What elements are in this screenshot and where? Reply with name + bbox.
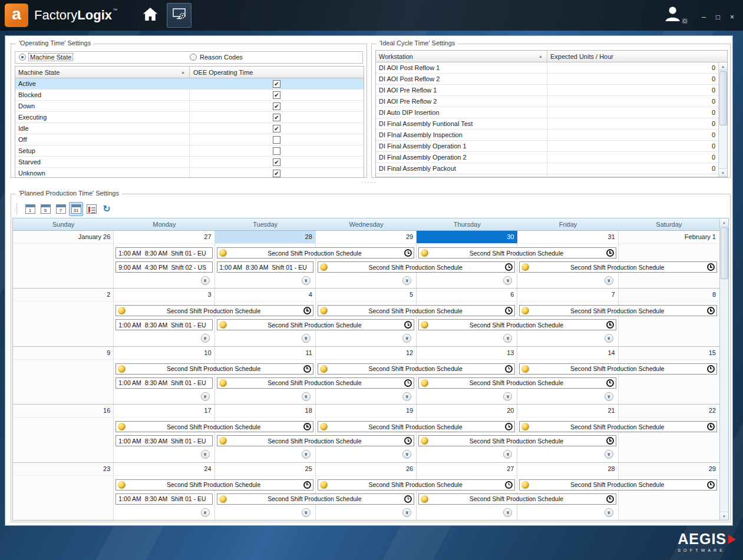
schedule-appointment[interactable]: Second Shift Production Schedule <box>418 247 616 259</box>
reason-codes-radio[interactable]: Reason Codes <box>190 54 243 61</box>
machine-state-row[interactable]: Unknown✔ <box>15 168 364 178</box>
more-items-button[interactable]: ∨ <box>302 508 311 517</box>
calendar-date-label[interactable]: 19 <box>316 405 417 417</box>
shift-appointment[interactable]: 1:00 AM 8:30 AM Shift 01 - EU <box>115 435 212 446</box>
calendar-date-label[interactable]: 28 <box>215 231 316 243</box>
schedule-appointment[interactable]: Second Shift Production Schedule <box>217 377 415 389</box>
more-items-button[interactable]: ∨ <box>503 450 512 459</box>
workstation-row[interactable]: DI FInal Assembly Inspection0 <box>376 130 727 141</box>
oee-operating-time-checkbox[interactable] <box>273 136 280 144</box>
calendar-date-label[interactable]: 22 <box>619 405 719 417</box>
shift-appointment[interactable]: 1:00 AM 8:30 AM Shift 01 - EU <box>115 247 212 259</box>
oee-operating-time-checkbox[interactable]: ✔ <box>273 114 280 121</box>
schedule-appointment[interactable]: Second Shift Production Schedule <box>418 493 616 505</box>
vertical-scrollbar[interactable]: ▲ ▼ <box>718 62 727 177</box>
more-items-button[interactable]: ∨ <box>503 508 512 517</box>
calendar-date-label[interactable]: 24 <box>114 463 214 475</box>
calendar-date-label[interactable]: 9 <box>13 347 114 359</box>
shift-appointment[interactable]: 1:00 AM 8:30 AM Shift 01 - EU <box>217 261 313 273</box>
machine-state-row[interactable]: Executing✔ <box>15 112 364 123</box>
calendar-date-label[interactable]: 25 <box>215 463 316 475</box>
schedule-appointment[interactable]: Second Shift Production Schedule <box>115 479 313 491</box>
calendar-date-label[interactable]: 13 <box>417 347 517 359</box>
close-button[interactable]: × <box>728 13 736 21</box>
oee-operating-time-checkbox[interactable] <box>273 147 280 155</box>
workstation-row[interactable]: DI Auto DIP Insertion0 <box>376 107 727 118</box>
home-button[interactable] <box>140 5 160 25</box>
workstation-row[interactable]: DI Final Assembly Operation 20 <box>376 152 727 163</box>
schedule-appointment[interactable]: Second Shift Production Schedule <box>217 493 415 505</box>
machine-state-row[interactable]: Blocked✔ <box>15 90 364 101</box>
calendar-date-label[interactable]: 27 <box>417 463 517 475</box>
machine-state-radio[interactable]: Machine State <box>19 54 72 61</box>
column-header-workstation[interactable]: Workstation ▲ <box>376 51 547 62</box>
schedule-appointment[interactable]: Second Shift Production Schedule <box>217 319 415 330</box>
workstation-row[interactable]: DI AOI Post Reflow 20 <box>376 74 727 85</box>
oee-operating-time-checkbox[interactable]: ✔ <box>273 102 280 110</box>
more-items-button[interactable]: ∨ <box>302 276 311 285</box>
calendar-date-label[interactable]: 27 <box>114 231 214 243</box>
oee-operating-time-checkbox[interactable]: ✔ <box>273 158 280 166</box>
toolbar-handle[interactable] <box>16 203 19 215</box>
scroll-down-button[interactable]: ▼ <box>719 168 727 177</box>
workstation-row[interactable]: DI Final Assembly Operation 10 <box>376 141 727 152</box>
more-items-button[interactable]: ∨ <box>402 392 411 401</box>
calendar-date-label[interactable]: 26 <box>316 463 417 475</box>
more-items-button[interactable]: ∨ <box>402 276 411 285</box>
logout-user-button[interactable]: × <box>663 5 687 27</box>
more-items-button[interactable]: ∨ <box>605 508 613 517</box>
more-items-button[interactable]: ∨ <box>503 392 512 401</box>
oee-operating-time-checkbox[interactable]: ✔ <box>273 80 280 88</box>
schedule-appointment[interactable]: Second Shift Production Schedule <box>318 363 516 375</box>
calendar-date-label[interactable]: 2 <box>13 289 114 301</box>
shift-appointment[interactable]: 9:00 AM 4:30 PM Shift 02 - US <box>115 261 212 273</box>
more-items-button[interactable]: ∨ <box>605 276 613 285</box>
more-items-button[interactable]: ∨ <box>201 508 210 517</box>
calendar-date-label[interactable]: 29 <box>316 231 417 243</box>
workstation-row[interactable]: DI AOI Post Reflow 10 <box>376 62 727 74</box>
workstation-row[interactable]: DI Hand Assembly Through Hole <box>376 174 727 177</box>
more-items-button[interactable]: ∨ <box>302 392 311 401</box>
scroll-up-button[interactable]: ▲ <box>719 62 727 71</box>
shift-appointment[interactable]: 1:00 AM 8:30 AM Shift 01 - EU <box>115 319 212 330</box>
more-items-button[interactable]: ∨ <box>605 392 613 401</box>
work-week-view-button[interactable]: 5 <box>38 202 52 216</box>
schedule-appointment[interactable]: Second Shift Production Schedule <box>519 479 717 491</box>
schedule-appointment[interactable]: Second Shift Production Schedule <box>519 305 717 316</box>
calendar-date-label[interactable]: 23 <box>13 463 114 475</box>
more-items-button[interactable]: ∨ <box>503 334 512 343</box>
calendar-date-label[interactable]: 7 <box>517 289 618 301</box>
minimize-button[interactable]: – <box>700 13 708 21</box>
workstation-row[interactable]: DI AOI Pre Reflow 10 <box>376 85 727 96</box>
calendar-date-label[interactable]: 5 <box>316 289 417 301</box>
calendar-date-label[interactable]: 20 <box>417 405 517 417</box>
calendar-date-label[interactable]: 28 <box>517 463 618 475</box>
schedule-appointment[interactable]: Second Shift Production Schedule <box>519 421 717 432</box>
schedule-appointment[interactable]: Second Shift Production Schedule <box>115 363 313 375</box>
machine-state-row[interactable]: Active✔ <box>15 78 364 90</box>
workstation-row[interactable]: DI Final Assembly Packout0 <box>376 163 727 174</box>
schedule-appointment[interactable]: Second Shift Production Schedule <box>418 319 616 330</box>
schedule-appointment[interactable]: Second Shift Production Schedule <box>519 261 717 273</box>
schedule-appointment[interactable]: Second Shift Production Schedule <box>318 479 516 491</box>
calendar-date-label[interactable]: 29 <box>619 463 719 475</box>
calendar-date-label[interactable]: 12 <box>316 347 417 359</box>
machine-state-row[interactable]: Off <box>15 134 364 145</box>
oee-operating-time-checkbox[interactable]: ✔ <box>273 91 280 99</box>
machine-state-row[interactable]: Down✔ <box>15 101 364 112</box>
calendar-date-label[interactable]: 30 <box>417 231 517 243</box>
workstation-row[interactable]: DI AOI Pre Reflow 20 <box>376 96 727 107</box>
more-items-button[interactable]: ∨ <box>402 508 411 517</box>
recurrence-button[interactable]: ↻ <box>100 202 114 216</box>
calendar-date-label[interactable]: 18 <box>215 405 316 417</box>
schedule-appointment[interactable]: Second Shift Production Schedule <box>318 421 516 432</box>
scroll-up-button[interactable]: ▲ <box>720 218 728 227</box>
month-view-button[interactable]: 31 <box>69 202 83 216</box>
calendar-date-label[interactable]: 15 <box>619 347 719 359</box>
calendar-date-label[interactable]: January 26 <box>13 231 114 243</box>
schedule-appointment[interactable]: Second Shift Production Schedule <box>519 363 717 375</box>
more-items-button[interactable]: ∨ <box>201 450 210 459</box>
machine-state-row[interactable]: Starved✔ <box>15 157 364 168</box>
schedule-appointment[interactable]: Second Shift Production Schedule <box>418 435 616 446</box>
day-view-button[interactable]: 1 <box>23 202 37 216</box>
